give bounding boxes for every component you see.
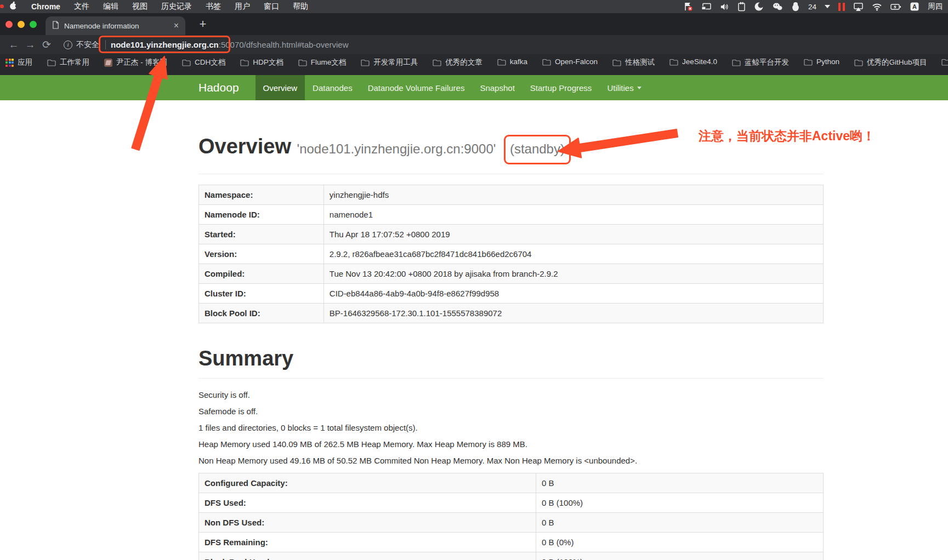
svg-text:A: A (912, 3, 917, 10)
menu-item-file[interactable]: 文件 (74, 2, 89, 12)
bookmark-folder[interactable]: 性格测试 (612, 58, 655, 67)
hadoop-brand[interactable]: Hadoop (198, 75, 256, 100)
chrome-tab-strip: Namenode information × + (0, 13, 948, 35)
clipboard-icon[interactable] (737, 2, 746, 12)
table-row: Version:2.9.2, r826afbeae31ca687bc2f8471… (199, 244, 824, 264)
window-zoom-button[interactable] (30, 21, 37, 28)
menu-item-edit[interactable]: 编辑 (103, 2, 118, 12)
bookmark-apps[interactable]: 应用 (5, 58, 32, 67)
moon-app-icon[interactable] (754, 2, 764, 12)
bookmark-folder[interactable]: Python (804, 58, 839, 66)
bookmark-folder[interactable]: Open-Falcon (542, 58, 598, 66)
window-close-button[interactable] (5, 21, 13, 28)
notification-flag-icon[interactable] (683, 2, 693, 12)
nav-tab-startup-progress[interactable]: Startup Progress (523, 75, 600, 100)
wifi-icon[interactable] (872, 2, 882, 11)
bookmark-folder[interactable]: 优秀的GitHub项目 (854, 58, 927, 67)
wechat-icon[interactable] (772, 2, 783, 12)
bookmark-folder[interactable]: 开发常用工具 (361, 58, 418, 67)
table-row: Started:Thu Apr 18 17:07:52 +0800 2019 (199, 225, 824, 244)
table-row: Block Pool ID:BP-1646329568-172.30.1.101… (199, 304, 824, 323)
namenode-state-badge: (standby) (504, 135, 571, 164)
bookmark-folder[interactable]: golang (941, 58, 948, 66)
new-tab-button[interactable]: + (195, 17, 211, 32)
battery-icon[interactable] (890, 2, 901, 12)
folder-icon (298, 59, 307, 66)
airplay-icon[interactable] (853, 2, 864, 12)
tab-title: Namenode information (64, 22, 139, 30)
volume-icon[interactable] (720, 2, 729, 12)
folder-icon (732, 59, 741, 66)
table-row: Compiled:Tue Nov 13 20:42:00 +0800 2018 … (199, 264, 824, 284)
browser-toolbar: ← → ⟳ i 不安全 node101.yinzhengjie.org.cn:5… (0, 35, 948, 54)
menu-item-view[interactable]: 视图 (132, 2, 147, 12)
wallpaper-corner (0, 4, 4, 8)
security-label: 不安全 (76, 40, 99, 50)
namenode-address: 'node101.yinzhengjie.org.cn:9000' (297, 141, 496, 156)
menu-item-help[interactable]: 帮助 (293, 2, 308, 12)
macos-menu-bar: Chrome 文件 编辑 视图 历史记录 书签 用户 窗口 帮助 24 (0, 0, 948, 13)
menu-item-bookmarks[interactable]: 书签 (206, 2, 221, 12)
bookmark-folder[interactable]: CDH文档 (182, 58, 225, 67)
back-button[interactable]: ← (5, 39, 22, 51)
input-method-icon[interactable]: A (910, 2, 919, 12)
bookmark-folder[interactable]: HDP文档 (240, 58, 283, 67)
bookmark-blog[interactable]: 尹正杰 - 博客园 (104, 58, 167, 67)
browser-tab[interactable]: Namenode information × (46, 16, 185, 35)
divider (198, 378, 824, 379)
table-row: Configured Capacity:0 B (199, 473, 824, 493)
bookmark-folder[interactable]: JeeSite4.0 (669, 58, 717, 66)
apps-grid-icon (5, 59, 14, 67)
nav-tab-utilities[interactable]: Utilities (599, 75, 649, 100)
table-row: Non DFS Used:0 B (199, 513, 824, 533)
folder-icon (361, 59, 370, 66)
nav-tab-overview[interactable]: Overview (256, 75, 305, 100)
summary-line: Non Heap Memory used 49.16 MB of 50.52 M… (198, 456, 824, 465)
folder-icon (182, 59, 191, 66)
window-minimize-button[interactable] (18, 21, 25, 28)
forward-button[interactable]: → (22, 39, 38, 51)
summary-heading: Summary (198, 346, 824, 370)
summary-text: Security is off. Safemode is off. 1 file… (198, 391, 824, 465)
menu-item-window[interactable]: 窗口 (264, 2, 279, 12)
url-path: /dfshealth.html#tab-overview (244, 40, 349, 49)
qq-icon[interactable] (791, 2, 800, 12)
site-security-chip[interactable]: i 不安全 (64, 40, 99, 50)
folder-icon (542, 58, 551, 66)
menu-item-chrome[interactable]: Chrome (31, 2, 60, 11)
folder-icon (47, 59, 56, 66)
page-title: Overview 'node101.yinzhengjie.org.cn:900… (198, 134, 824, 164)
url-host: node101.yinzhengjie.org.cn (111, 40, 219, 49)
bookmark-folder[interactable]: 优秀的文章 (433, 58, 482, 67)
tray-caret-icon[interactable] (825, 5, 830, 8)
reload-button[interactable]: ⟳ (38, 38, 55, 51)
menu-item-history[interactable]: 历史记录 (161, 2, 192, 12)
chevron-down-icon (637, 87, 642, 89)
dfshealth-page: Overview 'node101.yinzhengjie.org.cn:900… (0, 100, 948, 560)
bookmark-folder[interactable]: 蓝鲸平台开发 (732, 58, 789, 67)
menubar-weekday[interactable]: 周四 (928, 2, 943, 12)
menu-item-user[interactable]: 用户 (235, 2, 250, 12)
bookmark-folder[interactable]: 工作常用 (47, 58, 89, 67)
screen-share-icon[interactable] (701, 2, 712, 12)
address-url-field[interactable]: node101.yinzhengjie.org.cn:50070/dfsheal… (111, 40, 349, 49)
omnibox-separator (105, 40, 106, 49)
url-port: :50070 (219, 40, 244, 49)
capacity-table: Configured Capacity:0 B DFS Used:0 B (10… (198, 473, 824, 560)
nav-tab-snapshot[interactable]: Snapshot (472, 75, 522, 100)
summary-line: Safemode is off. (198, 407, 824, 416)
nav-tab-datanodes[interactable]: Datanodes (305, 75, 360, 100)
apple-menu-icon[interactable] (9, 1, 18, 12)
folder-icon (854, 59, 863, 66)
divider (198, 174, 824, 174)
folder-icon (612, 59, 621, 66)
bookmark-folder[interactable]: kafka (497, 58, 527, 66)
folder-icon (941, 58, 948, 66)
tab-favicon-icon (52, 21, 59, 31)
blog-favicon (104, 59, 112, 67)
nav-tab-datanode-volume-failures[interactable]: Datanode Volume Failures (360, 75, 473, 100)
pause-bars-icon[interactable] (838, 3, 845, 11)
tab-close-icon[interactable]: × (174, 21, 179, 30)
bookmark-folder[interactable]: Flume文档 (298, 58, 347, 67)
table-row: DFS Used:0 B (100%) (199, 493, 824, 513)
